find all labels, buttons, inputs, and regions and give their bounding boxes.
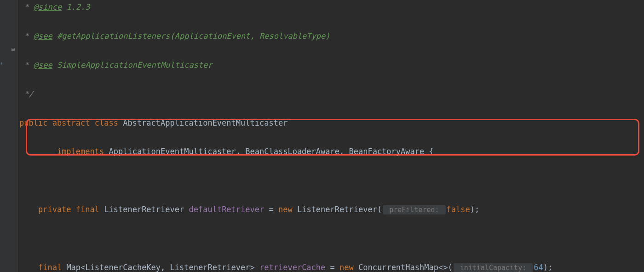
keyword: final [38, 263, 62, 272]
override-arrow-icon[interactable]: ↓ [0, 59, 3, 68]
keyword: implements [57, 147, 104, 156]
type-list: ApplicationEventMulticaster, BeanClassLo… [104, 147, 433, 156]
doc-tag: @see [34, 31, 52, 41]
keyword: private final [38, 205, 99, 214]
code-line: public abstract class AbstractApplicatio… [19, 116, 644, 130]
code-editor[interactable]: * @since 1.2.3 * @see #getApplicationLis… [19, 0, 644, 272]
code-line: */ [19, 87, 644, 101]
constructor: ConcurrentHashMap<>( [354, 263, 453, 272]
punct: ); [470, 205, 479, 214]
doc-text: 1.2.3 [62, 2, 90, 12]
code-line: final Map<ListenerCacheKey, ListenerRetr… [19, 260, 644, 272]
comment-text: * [19, 60, 34, 69]
comment-end: */ [19, 89, 34, 98]
keyword: new [278, 205, 293, 214]
class-name: AbstractApplicationEventMulticaster [118, 118, 288, 127]
code-line: * @see SimpleApplicationEventMulticaster [19, 58, 644, 72]
constructor: ListenerRetriever( [293, 205, 382, 214]
number: 64 [534, 263, 543, 272]
code-line: * @see #getApplicationListeners(Applicat… [19, 29, 644, 43]
doc-link: SimpleApplicationEventMulticaster [52, 60, 213, 69]
keyword: public abstract class [19, 118, 118, 127]
keyword: new [339, 263, 354, 272]
operator: = [264, 205, 278, 214]
code-line: implements ApplicationEventMulticaster, … [19, 145, 644, 159]
code-line: private final ListenerRetriever defaultR… [19, 203, 644, 217]
comment-text: * [19, 2, 34, 12]
doc-tag: @since [34, 2, 62, 12]
comment-text: * [19, 31, 34, 41]
type: ListenerRetriever [99, 205, 189, 214]
doc-tag: @see [34, 60, 52, 69]
operator: = [325, 263, 339, 272]
blank-line [19, 231, 644, 246]
keyword: false [447, 205, 470, 214]
type: Map<ListenerCacheKey, ListenerRetriever> [62, 263, 259, 272]
editor-gutter: ⊟ ↓ [0, 0, 18, 272]
field: retrieverCache [259, 263, 325, 272]
parameter-hint: initialCapacity: [454, 263, 533, 272]
punct: ); [543, 263, 552, 272]
parameter-hint: preFiltered: [383, 205, 445, 214]
field: defaultRetriever [189, 205, 264, 214]
code-line: * @since 1.2.3 [19, 0, 644, 14]
blank-line [19, 174, 644, 188]
fold-icon[interactable]: ⊟ [12, 44, 15, 54]
doc-link: #getApplicationListeners(ApplicationEven… [52, 31, 330, 41]
